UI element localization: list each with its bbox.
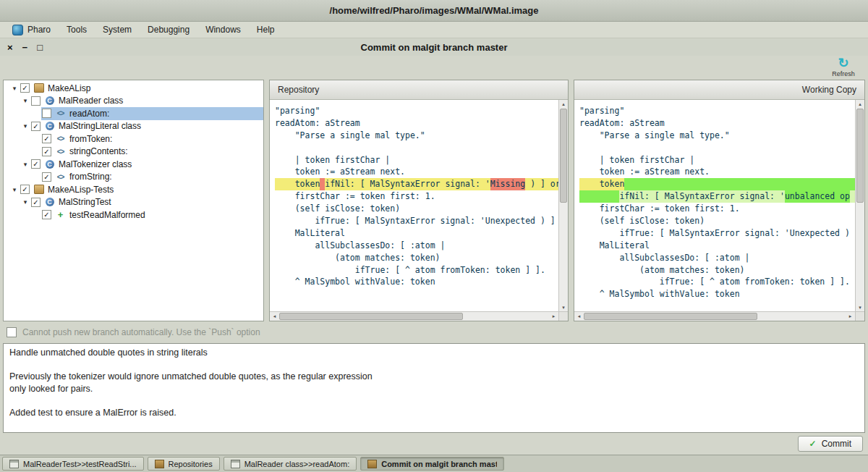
- scroll-down-icon[interactable]: ▾: [559, 303, 568, 311]
- refresh-button[interactable]: ↻ Refresh: [825, 56, 862, 77]
- scroll-up-icon[interactable]: ▴: [856, 100, 864, 108]
- scrollbar-thumb[interactable]: [560, 109, 567, 203]
- taskbar-button-repositories[interactable]: Repositories: [148, 457, 220, 471]
- working-copy-panel-header: Working Copy: [574, 80, 864, 100]
- expander-icon[interactable]: ▾: [20, 198, 30, 206]
- package-icon: [33, 83, 44, 93]
- code-line: (atom matches: token): [579, 264, 855, 277]
- repository-vertical-scrollbar[interactable]: ▴ ▾: [558, 100, 568, 311]
- tree-item-content: ✓<>stringContents:: [41, 146, 263, 159]
- arrow-down-icon: ▾: [859, 305, 861, 310]
- tree-item-checkbox[interactable]: ✓: [42, 172, 51, 182]
- repository-code[interactable]: "parsing"readAtom: aStream "Parse a sing…: [270, 100, 558, 311]
- code-line: ifNil: [ MalSyntaxError signal: 'unbalan…: [579, 190, 855, 203]
- tree-item-fromtoken[interactable]: ✓<>fromToken:: [4, 132, 263, 146]
- tree-item-checkbox[interactable]: [42, 109, 51, 118]
- check-icon: ✓: [809, 439, 817, 449]
- tree-item-content: ✓MakeALisp: [20, 82, 263, 95]
- scroll-corner: [558, 311, 568, 321]
- tree-item-readatom[interactable]: <>readAtom:: [4, 107, 263, 120]
- refresh-label: Refresh: [832, 70, 855, 77]
- tree-item-checkbox[interactable]: ✓: [20, 185, 30, 194]
- minimize-icon[interactable]: −: [22, 43, 28, 52]
- scroll-right-icon[interactable]: ▸: [549, 312, 558, 321]
- method-icon: <>: [55, 173, 66, 181]
- tree-item-malstringtest[interactable]: ▾✓CMalStringTest: [4, 196, 263, 209]
- scroll-corner: [855, 311, 864, 321]
- os-titlebar[interactable]: /home/wilfred/Pharo/images/WMal/WMal.ima…: [0, 0, 868, 22]
- expander-icon[interactable]: ▾: [9, 85, 20, 92]
- tree-item-makealisp[interactable]: ▾✓MakeALisp: [4, 82, 263, 95]
- tree-item-checkbox[interactable]: ✓: [20, 83, 30, 93]
- taskbar-button-malreader-class-readatom[interactable]: MalReader class>>readAtom:: [224, 457, 357, 471]
- working-copy-horizontal-scrollbar[interactable]: ◂ ▸: [574, 311, 855, 321]
- tree-item-maltokenizer-class[interactable]: ▾✓CMalTokenizer class: [4, 158, 263, 171]
- scroll-left-icon[interactable]: ◂: [574, 312, 584, 321]
- scrollbar-thumb[interactable]: [584, 313, 757, 320]
- expander-icon[interactable]: ▾: [20, 122, 30, 130]
- tree-item-checkbox[interactable]: [31, 96, 41, 106]
- expander-icon[interactable]: ▾: [9, 186, 20, 193]
- working-copy-code[interactable]: "parsing"readAtom: aStream "Parse a sing…: [574, 100, 855, 311]
- taskbar-button-label: MalReader class>>readAtom:: [244, 460, 350, 468]
- tree-item-checkbox[interactable]: ✓: [42, 147, 51, 156]
- taskbar-button-commit-on-malgit-branch-master[interactable]: Commit on malgit branch master: [360, 457, 504, 471]
- scrollbar-track[interactable]: [856, 203, 864, 303]
- code-line: ^ MalSymbol withValue: token: [579, 288, 855, 300]
- menu-item-windows[interactable]: Windows: [197, 23, 249, 36]
- code-line: token := aStream next.: [579, 166, 855, 178]
- arrow-right-icon: ▸: [553, 313, 556, 319]
- main-content: ▾✓MakeALisp▾CMalReader class<>readAtom:▾…: [0, 80, 868, 321]
- tree-item-makealisp-tests[interactable]: ▾✓MakeALisp-Tests: [4, 183, 263, 196]
- tree-item-label: readAtom:: [69, 109, 109, 119]
- tree-item-checkbox[interactable]: ✓: [31, 122, 41, 131]
- dialog-titlebar[interactable]: × − □ Commit on malgit branch master: [0, 38, 868, 56]
- code-line: MalLiteral: [579, 240, 855, 252]
- scrollbar-track[interactable]: [559, 203, 568, 303]
- tree-item-testreadmalformed[interactable]: ✓+testReadMalformed: [4, 208, 263, 222]
- code-line: (atom matches: token): [275, 252, 558, 264]
- push-option-checkbox[interactable]: [7, 327, 17, 337]
- arrow-right-icon: ▸: [849, 313, 852, 319]
- code-line: (self isClose: token): [275, 203, 558, 215]
- code-line: "parsing": [275, 105, 558, 117]
- tree-item-malreader-class[interactable]: ▾CMalReader class: [4, 95, 263, 108]
- arrow-left-icon: ◂: [578, 313, 581, 319]
- commit-message-input[interactable]: Handle unmatched double quotes in string…: [3, 343, 865, 433]
- os-window-title: /home/wilfred/Pharo/images/WMal/WMal.ima…: [330, 5, 539, 16]
- scroll-left-icon[interactable]: ◂: [270, 312, 279, 321]
- tree-item-checkbox[interactable]: ✓: [31, 198, 41, 207]
- scroll-up-icon[interactable]: ▴: [559, 100, 568, 108]
- scrollbar-thumb[interactable]: [856, 109, 864, 203]
- maximize-icon[interactable]: □: [37, 43, 43, 52]
- menu-item-label: Tools: [67, 25, 87, 35]
- tree-item-content: ✓+testReadMalformed: [41, 208, 263, 222]
- working-copy-vertical-scrollbar[interactable]: ▴ ▾: [855, 100, 864, 311]
- tree-item-checkbox[interactable]: ✓: [31, 159, 41, 169]
- close-icon[interactable]: ×: [7, 43, 13, 52]
- taskbar-button-malreadertest-testreadstri[interactable]: MalReaderTest>>testReadStri...: [2, 457, 144, 471]
- tree-item-checkbox[interactable]: ✓: [42, 210, 51, 219]
- taskbar-button-label: Repositories: [169, 460, 213, 468]
- dialog-title: Commit on malgit branch master: [361, 42, 508, 53]
- box-icon: [367, 460, 377, 468]
- changes-tree[interactable]: ▾✓MakeALisp▾CMalReader class<>readAtom:▾…: [3, 80, 264, 321]
- expander-icon[interactable]: ▾: [20, 97, 30, 104]
- expander-icon[interactable]: ▾: [20, 161, 30, 168]
- menu-item-pharo[interactable]: Pharo: [4, 23, 59, 37]
- tree-item-malstringliteral-class[interactable]: ▾✓CMalStringLiteral class: [4, 120, 263, 133]
- tree-item-content: ✓CMalTokenizer class: [30, 158, 263, 171]
- scroll-down-icon[interactable]: ▾: [856, 303, 864, 311]
- tree-item-checkbox[interactable]: ✓: [42, 134, 51, 143]
- menu-item-system[interactable]: System: [95, 23, 140, 36]
- repository-horizontal-scrollbar[interactable]: ◂ ▸: [270, 311, 558, 321]
- tree-item-fromstring[interactable]: ✓<>fromString:: [4, 171, 263, 184]
- scrollbar-thumb[interactable]: [279, 313, 463, 320]
- menu-item-help[interactable]: Help: [249, 23, 283, 36]
- tree-item-stringcontents[interactable]: ✓<>stringContents:: [4, 146, 263, 159]
- menu-item-tools[interactable]: Tools: [59, 23, 95, 36]
- menu-item-debugging[interactable]: Debugging: [140, 23, 197, 36]
- commit-button[interactable]: ✓ Commit: [798, 436, 863, 452]
- scroll-right-icon[interactable]: ▸: [846, 312, 855, 321]
- code-line: ^ MalSymbol withValue: token: [275, 276, 558, 288]
